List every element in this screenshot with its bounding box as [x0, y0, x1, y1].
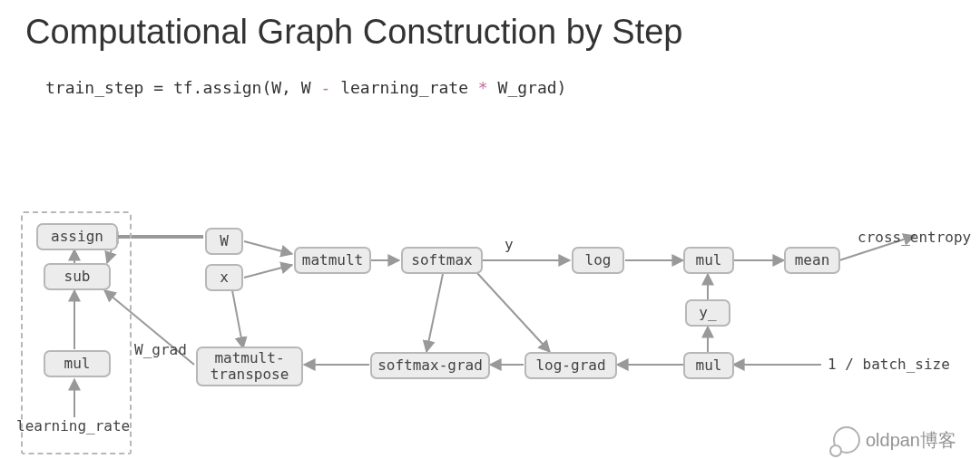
node-mul-bottom: mul	[683, 352, 734, 379]
label-y: y	[505, 236, 514, 253]
node-log: log	[572, 247, 624, 274]
watermark-text: oldpan博客	[866, 428, 956, 453]
code-variable: train_step	[45, 78, 143, 97]
node-mul-left: mul	[44, 350, 111, 377]
label-batch-size: 1 / batch_size	[828, 356, 950, 373]
svg-line-15	[232, 290, 243, 348]
code-minus: -	[320, 78, 330, 97]
node-softmax: softmax	[401, 247, 483, 274]
svg-line-13	[426, 274, 443, 352]
node-matmult: matmult	[294, 247, 371, 274]
code-rest1: learning_rate	[330, 78, 478, 97]
node-y-underscore: y_	[685, 299, 730, 327]
code-star: *	[478, 78, 488, 97]
diagram-page: Computational Graph Construction by Step…	[0, 0, 980, 459]
label-cross-entropy: cross_entropy	[858, 229, 971, 246]
node-log-grad: log-grad	[524, 352, 617, 379]
node-mul-top: mul	[683, 247, 734, 274]
watermark: oldpan博客	[833, 426, 956, 454]
label-learning-rate: learning_rate	[16, 417, 130, 435]
wechat-icon	[833, 426, 860, 454]
node-assign: assign	[36, 223, 118, 250]
node-sub: sub	[44, 263, 111, 290]
node-w: W	[205, 228, 243, 255]
node-mean: mean	[784, 247, 840, 274]
node-x: x	[205, 264, 243, 291]
code-line: train_step = tf.assign(W, W - learning_r…	[45, 78, 566, 97]
svg-line-14	[476, 272, 550, 352]
page-title: Computational Graph Construction by Step	[25, 13, 683, 52]
code-func: tf.assign(W, W	[173, 78, 321, 97]
svg-line-1	[244, 265, 292, 278]
code-rest2: W_grad)	[488, 78, 567, 97]
svg-line-0	[244, 241, 292, 254]
node-matmult-transpose: matmult- transpose	[196, 347, 303, 386]
code-eq: =	[143, 78, 173, 97]
label-w-grad: W_grad	[134, 341, 187, 358]
graph-edges	[0, 0, 980, 459]
node-softmax-grad: softmax-grad	[370, 352, 490, 379]
